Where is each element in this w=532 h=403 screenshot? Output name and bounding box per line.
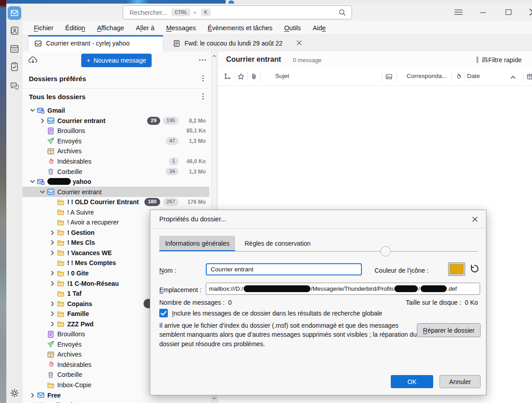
- tab-inbox[interactable]: Courrier entrant - cyrlej yahoo: [28, 35, 163, 51]
- chevron-right-icon[interactable]: [48, 250, 57, 256]
- folder-row[interactable]: Corbeille341,3 Mo: [23, 166, 209, 177]
- folder-name-input[interactable]: Courrier entrant: [206, 263, 362, 275]
- space-settings-button[interactable]: [9, 388, 20, 398]
- repair-folder-button[interactable]: Réparer le dossier: [417, 323, 481, 337]
- thread-column-icon[interactable]: [224, 73, 231, 80]
- tab-message[interactable]: Fwd: le coucou du lundi 29 août 22: [167, 35, 302, 51]
- folder-row[interactable]: Indésirables146,0 Ko: [23, 156, 209, 167]
- menu-bar: FichierÉditionAffichageAller àMessagesÉv…: [23, 21, 532, 35]
- chevron-right-icon[interactable]: [48, 239, 57, 246]
- correspondents-column-icon[interactable]: [385, 73, 393, 80]
- space-addressbook-button[interactable]: [9, 25, 20, 36]
- chevron-spacer: [48, 290, 57, 297]
- title-bar: Rechercher... CTRL + K: [23, 4, 532, 21]
- cancel-button[interactable]: Annuler: [439, 375, 481, 388]
- ok-button[interactable]: OK: [391, 375, 433, 388]
- chevron-spacer: [38, 148, 47, 154]
- global-search-checkbox[interactable]: [159, 309, 168, 317]
- inbox-icon: [47, 117, 55, 124]
- folder-row[interactable]: Gmail: [23, 105, 209, 116]
- folder-row[interactable]: Envoyés471,3 Mo: [23, 136, 209, 147]
- menu-item-aide[interactable]: Aide: [307, 21, 332, 35]
- favorites-menu-icon[interactable]: [200, 75, 206, 82]
- menu-item--v-nements-et-t-ches[interactable]: Évènements et tâches: [202, 21, 278, 35]
- folder-row[interactable]: Courrier entrant: [23, 187, 209, 197]
- folder-size: 1,3 Mo: [189, 138, 206, 144]
- scroll-up-icon[interactable]: [212, 54, 217, 58]
- space-calendar-button[interactable]: [9, 43, 20, 54]
- location-text: /Messagerie/Thunderbird/Profils: [311, 285, 394, 292]
- tab-bar: Courrier entrant - cyrlej yahoo Fwd: le …: [23, 35, 532, 52]
- redaction-blob: [47, 178, 71, 185]
- chevron-right-icon[interactable]: [48, 301, 57, 307]
- attachment-column-icon[interactable]: [250, 73, 258, 80]
- menu-item-aller-[interactable]: Aller à: [130, 21, 160, 35]
- space-mail-button[interactable]: [8, 6, 21, 20]
- inbox-icon: [47, 188, 55, 196]
- scroll-down-icon[interactable]: [212, 396, 217, 401]
- chevron-right-icon[interactable]: [48, 229, 57, 236]
- app-menu-button[interactable]: [453, 8, 463, 17]
- chevron-spacer: [48, 209, 57, 215]
- chevron-right-icon[interactable]: [48, 321, 57, 327]
- tab-title: Fwd: le coucou du lundi 29 août 22: [185, 40, 282, 47]
- space-tasks-button[interactable]: [9, 61, 20, 72]
- chevron-right-icon[interactable]: [38, 118, 47, 124]
- folder-label: Archives: [57, 147, 82, 155]
- dialog-close-icon[interactable]: [472, 216, 478, 223]
- folder-label: Indésirables: [57, 361, 92, 368]
- date-column-header[interactable]: Date: [467, 73, 480, 79]
- inbox-tab-icon: [34, 40, 42, 47]
- get-messages-icon[interactable]: [28, 56, 38, 64]
- folder-badges: 471,3 Mo: [144, 136, 206, 147]
- correspondents-column-header[interactable]: Corresponda...: [407, 73, 447, 79]
- chevron-right-icon[interactable]: [48, 270, 57, 276]
- menu-item-fichier[interactable]: Fichier: [28, 21, 60, 35]
- chevron-right-icon[interactable]: [48, 311, 57, 317]
- all-folders-menu-icon[interactable]: [200, 93, 206, 100]
- divider: [159, 251, 478, 252]
- chevron-down-icon[interactable]: [38, 189, 47, 195]
- tab-retention-policy[interactable]: Règles de conservation: [239, 236, 316, 251]
- star-column-icon[interactable]: [237, 73, 245, 80]
- chevron-right-icon[interactable]: [48, 280, 57, 287]
- minimize-button[interactable]: [478, 8, 488, 17]
- quick-filter-icon[interactable]: [481, 56, 488, 63]
- subject-column-header[interactable]: Sujet: [275, 73, 289, 79]
- quick-filter-label[interactable]: Filtre rapide: [488, 56, 522, 64]
- menu-item-outils[interactable]: Outils: [278, 21, 307, 35]
- keycap-k: K: [201, 9, 211, 16]
- folder-row[interactable]: Mail Web: [23, 400, 209, 403]
- folder-pane-options-icon[interactable]: [199, 57, 207, 63]
- name-label: Nom :: [159, 267, 176, 274]
- junk-icon: [47, 361, 55, 368]
- chevron-spacer: [48, 260, 57, 266]
- folder-size: 85,1 Ko: [186, 128, 206, 134]
- new-message-button[interactable]: + Nouveau message: [81, 54, 152, 67]
- icon-color-swatch-button[interactable]: [448, 262, 465, 276]
- junk-column-icon[interactable]: [455, 73, 462, 80]
- maximize-button[interactable]: [504, 8, 513, 17]
- tab-general-info[interactable]: Informations générales: [159, 236, 235, 251]
- folder-row[interactable]: ! ! OLD Courrier Entrant180267176 Mo: [23, 197, 209, 207]
- folder-label: Courrier entrant: [57, 188, 102, 196]
- folder-row[interactable]: yahoo: [23, 177, 209, 187]
- chevron-right-icon[interactable]: [28, 392, 37, 398]
- column-picker-icon[interactable]: [527, 73, 532, 80]
- folder-location-input[interactable]: mailbox:///D:/ /Messagerie/Thunderbird/P…: [206, 283, 480, 295]
- close-tab-icon[interactable]: [296, 40, 302, 46]
- folder-row[interactable]: Archives: [23, 146, 209, 156]
- menu-item-affichage[interactable]: Affichage: [91, 21, 130, 35]
- menu-item-messages[interactable]: Messages: [160, 21, 202, 35]
- global-search-input[interactable]: Rechercher... CTRL + K: [123, 5, 352, 19]
- chevron-down-icon[interactable]: [28, 179, 37, 185]
- folder-row[interactable]: Brouillons85,1 Ko: [23, 126, 209, 136]
- reset-color-icon[interactable]: [470, 264, 480, 274]
- menu-item--dition[interactable]: Édition: [60, 21, 91, 35]
- unread-count-badge: 180: [144, 198, 160, 206]
- close-window-button[interactable]: [528, 8, 532, 17]
- folder-row[interactable]: Courrier entrant291958,2 Mo: [23, 116, 209, 126]
- icon-color-label: Couleur de l’icône :: [375, 267, 429, 274]
- chevron-down-icon[interactable]: [28, 107, 37, 114]
- space-chat-button[interactable]: [9, 80, 20, 91]
